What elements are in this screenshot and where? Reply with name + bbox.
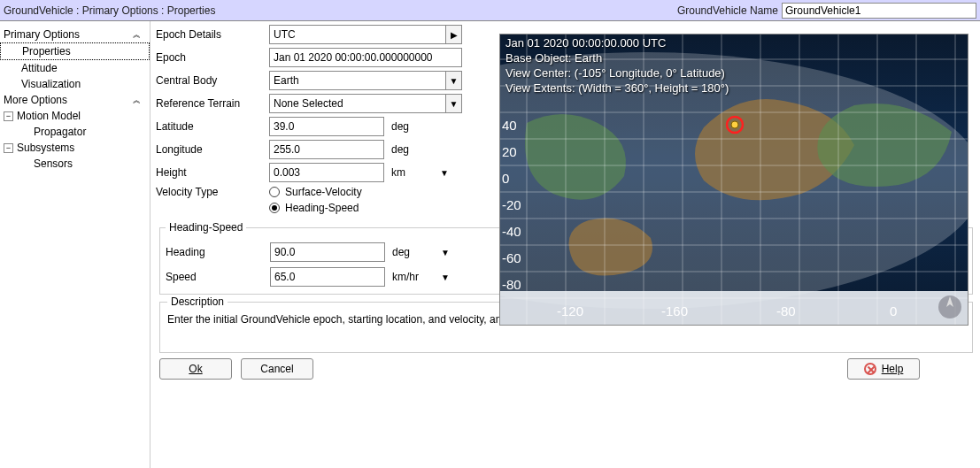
name-label: GroundVehicle Name bbox=[677, 4, 778, 17]
radio-icon bbox=[269, 187, 280, 197]
heading-unit-dropdown[interactable]: ▼ bbox=[440, 248, 451, 257]
latitude-label: Latitude bbox=[156, 120, 262, 133]
sidebar-item-properties[interactable]: Properties bbox=[0, 42, 150, 60]
caret-right-icon[interactable]: ▶ bbox=[445, 26, 461, 43]
description-legend: Description bbox=[167, 295, 228, 308]
heading-unit: deg bbox=[392, 246, 433, 258]
latitude-unit: deg bbox=[391, 120, 432, 133]
heading-input[interactable] bbox=[270, 242, 385, 262]
latitude-input[interactable] bbox=[269, 117, 384, 136]
epoch-details-combo[interactable]: UTC ▶ bbox=[269, 25, 462, 44]
reference-terrain-label: Reference Terrain bbox=[156, 97, 262, 110]
height-unit-dropdown[interactable]: ▼ bbox=[439, 168, 450, 178]
height-input[interactable] bbox=[269, 163, 384, 182]
central-body-label: Central Body bbox=[156, 74, 262, 87]
heading-label: Heading bbox=[166, 246, 263, 258]
caret-down-icon[interactable]: ▼ bbox=[445, 72, 461, 89]
svg-text:-80: -80 bbox=[502, 277, 521, 292]
collapse-icon: ︽ bbox=[133, 29, 146, 41]
svg-text:40: 40 bbox=[502, 118, 517, 133]
map-view[interactable]: 40 20 0 -20 -40 -60 -80 -120 -160 -80 0 … bbox=[499, 34, 968, 326]
sidebar-group-more[interactable]: More Options ︽ bbox=[0, 92, 150, 108]
minus-icon[interactable]: − bbox=[4, 111, 13, 121]
svg-text:-120: -120 bbox=[557, 303, 583, 318]
help-icon bbox=[864, 363, 876, 375]
longitude-unit: deg bbox=[391, 143, 432, 156]
caret-down-icon[interactable]: ▼ bbox=[445, 95, 461, 112]
height-label: Height bbox=[156, 166, 262, 179]
svg-text:0: 0 bbox=[890, 303, 897, 318]
epoch-details-label: Epoch Details bbox=[156, 28, 262, 41]
map-overlay-text: Jan 01 2020 00:00:00.000 UTC Base Object… bbox=[505, 36, 729, 96]
svg-text:0: 0 bbox=[502, 171, 509, 186]
speed-input[interactable] bbox=[270, 267, 385, 287]
speed-label: Speed bbox=[166, 271, 263, 283]
sidebar-item-propagator[interactable]: Propagator bbox=[0, 124, 150, 140]
sidebar-tree-motion-model[interactable]: − Motion Model bbox=[0, 108, 150, 124]
heading-speed-legend: Heading-Speed bbox=[166, 221, 246, 234]
radio-heading-speed[interactable]: Heading-Speed bbox=[269, 202, 359, 214]
velocity-type-label: Velocity Type bbox=[156, 186, 262, 198]
sidebar: Primary Options ︽ Properties Attitude Vi… bbox=[0, 21, 150, 468]
speed-unit: km/hr bbox=[392, 271, 433, 283]
breadcrumb: GroundVehicle : Primary Options : Proper… bbox=[4, 4, 677, 17]
cancel-button[interactable]: Cancel bbox=[241, 358, 313, 380]
help-button[interactable]: Help bbox=[847, 358, 920, 380]
svg-point-36 bbox=[731, 121, 738, 128]
sidebar-group-primary[interactable]: Primary Options ︽ bbox=[0, 27, 150, 42]
epoch-label: Epoch bbox=[156, 51, 262, 64]
svg-text:20: 20 bbox=[502, 144, 517, 159]
longitude-label: Longitude bbox=[156, 143, 262, 156]
epoch-input[interactable] bbox=[269, 48, 462, 67]
collapse-icon: ︽ bbox=[133, 95, 146, 106]
longitude-input[interactable] bbox=[269, 140, 384, 159]
sidebar-item-visualization[interactable]: Visualization bbox=[0, 76, 150, 92]
minus-icon[interactable]: − bbox=[4, 143, 13, 153]
reference-terrain-combo[interactable]: None Selected ▼ bbox=[269, 94, 462, 113]
ok-button[interactable]: Ok bbox=[159, 358, 232, 380]
sidebar-tree-subsystems[interactable]: − Subsystems bbox=[0, 140, 150, 156]
sidebar-item-sensors[interactable]: Sensors bbox=[0, 156, 150, 172]
title-bar: GroundVehicle : Primary Options : Proper… bbox=[0, 0, 980, 21]
compass-icon bbox=[938, 295, 962, 319]
svg-text:-160: -160 bbox=[661, 303, 688, 318]
svg-text:-40: -40 bbox=[502, 224, 521, 239]
speed-unit-dropdown[interactable]: ▼ bbox=[440, 272, 451, 282]
vehicle-name-input[interactable] bbox=[782, 3, 976, 19]
central-body-combo[interactable]: Earth ▼ bbox=[269, 71, 462, 90]
radio-icon bbox=[269, 203, 280, 213]
svg-text:-80: -80 bbox=[776, 303, 796, 318]
svg-text:-20: -20 bbox=[502, 197, 521, 212]
svg-text:-60: -60 bbox=[502, 250, 521, 265]
radio-surface-velocity[interactable]: Surface-Velocity bbox=[269, 186, 362, 198]
height-unit: km bbox=[391, 166, 432, 179]
sidebar-item-attitude[interactable]: Attitude bbox=[0, 60, 150, 76]
